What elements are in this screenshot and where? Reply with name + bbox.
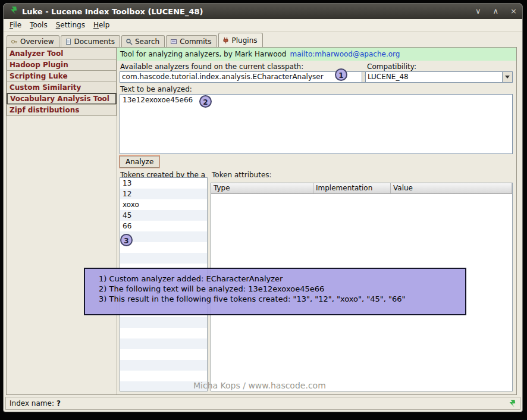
analyzer-banner: Tool for analyzing analyzers, by Mark Ha…	[117, 48, 516, 61]
tab-bar: Overview Documents Search Commits Plugin…	[4, 32, 522, 47]
status-bar: Index name: ?	[5, 397, 520, 410]
title-bar: Luke - Lucene Index Toolbox (LUCENE_48) …	[4, 4, 522, 19]
token-item[interactable]: 66	[120, 221, 207, 231]
classpath-label: Available analyzers found on the current…	[120, 62, 303, 71]
banner-text: Tool for analyzing analyzers, by Mark Ha…	[120, 50, 286, 58]
menu-settings[interactable]: Settings	[52, 20, 89, 30]
compatibility-combobox-value: LUCENE_48	[366, 72, 502, 82]
annotation-marker-3: 3	[120, 234, 133, 246]
compatibility-combobox[interactable]: LUCENE_48	[365, 71, 513, 83]
column-header-type[interactable]: Type	[211, 183, 313, 193]
screen: { "window": { "title": "Luke - Lucene In…	[0, 0, 527, 420]
luke-status-icon	[508, 399, 516, 408]
analyze-button[interactable]: Analyze	[120, 156, 159, 168]
index-name-value: ?	[57, 399, 61, 408]
menu-help[interactable]: Help	[89, 20, 114, 30]
sidebar-item-custom-similarity[interactable]: Custom Similarity	[7, 82, 117, 93]
annotation-marker-2: 2	[199, 95, 212, 108]
tab-commits[interactable]: Commits	[166, 35, 217, 47]
overview-icon	[11, 38, 18, 45]
tab-plugins[interactable]: Plugins	[218, 33, 263, 47]
text-to-analyze-label: Text to be analyzed:	[120, 85, 192, 93]
menu-tools[interactable]: Tools	[26, 20, 52, 30]
sidebar-item-analyzer-tool[interactable]: Analyzer Tool	[7, 48, 117, 59]
minimize-icon[interactable]: ∨	[475, 4, 481, 19]
sidebar-item-vocabulary-analysis-tool[interactable]: Vocabulary Analysis Tool	[7, 93, 117, 105]
token-item[interactable]: 13	[120, 178, 207, 189]
sidebar-item-zipf-distributions[interactable]: Zipf distributions	[7, 104, 117, 116]
column-header-implementation[interactable]: Implementation	[313, 183, 391, 193]
commits-icon	[170, 38, 177, 45]
luke-logo-icon	[9, 6, 18, 17]
token-item[interactable]: xoxo	[120, 199, 207, 210]
sidebar-item-scripting-luke[interactable]: Scripting Luke	[7, 70, 117, 82]
token-attributes-label: Token attributes:	[212, 171, 272, 179]
tab-search[interactable]: Search	[121, 35, 165, 47]
search-icon	[126, 38, 133, 45]
watermark-text: Micha Kops / www.hascode.com	[193, 381, 326, 390]
index-name-label: Index name:	[10, 399, 54, 408]
document-icon	[65, 38, 72, 45]
chevron-down-icon	[505, 76, 510, 79]
annotation-note-line: 1) Custom analyzer added: ECharacterAnal…	[99, 274, 465, 284]
analyzer-combobox-value: com.hascode.tutorial.index.analysis.ECha…	[120, 72, 362, 82]
plugin-list: Analyzer Tool Hadoop Plugin Scripting Lu…	[7, 48, 117, 394]
maximize-icon[interactable]: ∧	[493, 4, 499, 19]
token-item[interactable]: 45	[120, 210, 207, 221]
annotation-marker-1: 1	[335, 68, 347, 81]
plugins-panel: Analyzer Tool Hadoop Plugin Scripting Lu…	[6, 47, 517, 395]
annotation-note-box: 1) Custom analyzer added: ECharacterAnal…	[84, 268, 466, 315]
annotation-note-line: 2) The following text will be analyzed: …	[99, 284, 465, 294]
sidebar-item-hadoop-plugin[interactable]: Hadoop Plugin	[7, 59, 117, 71]
compatibility-combobox-arrow[interactable]	[502, 72, 512, 82]
column-header-value[interactable]: Value	[391, 183, 512, 193]
annotation-note-line: 3) This result in the following five tok…	[99, 294, 465, 304]
token-item[interactable]: 12	[120, 189, 207, 199]
compatibility-label: Compatibility:	[367, 62, 416, 71]
tab-overview[interactable]: Overview	[7, 35, 59, 47]
window-title: Luke - Lucene Index Toolbox (LUCENE_48)	[22, 7, 203, 16]
table-header-row: Type Implementation Value	[211, 183, 512, 194]
banner-mailto-link[interactable]: mailto:mharwood@apache.org	[290, 50, 400, 58]
plug-icon	[222, 37, 230, 44]
menu-file[interactable]: File	[5, 20, 26, 30]
analyze-text-input[interactable]: 13e12exoxoe45e66	[120, 94, 513, 154]
tab-documents[interactable]: Documents	[61, 35, 120, 47]
menu-bar: File Tools Settings Help	[4, 19, 522, 32]
analyzer-tool-panel: Tool for analyzing analyzers, by Mark Ha…	[117, 48, 516, 394]
close-icon[interactable]: ×	[510, 4, 517, 19]
app-window: Luke - Lucene Index Toolbox (LUCENE_48) …	[3, 3, 523, 412]
